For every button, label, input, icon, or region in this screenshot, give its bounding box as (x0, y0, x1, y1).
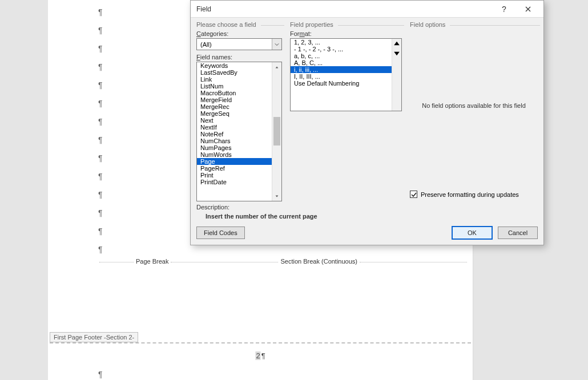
field-name-item[interactable]: Page (197, 158, 272, 165)
description-area: Description: Insert the number of the cu… (191, 204, 543, 223)
field-name-item[interactable]: Next (197, 117, 272, 124)
field-name-item[interactable]: NextIf (197, 124, 272, 131)
pilcrow: ¶ (98, 240, 103, 258)
pilcrow: ¶ (98, 76, 103, 94)
paragraph-marks: ¶ ¶ ¶ ¶ ¶ ¶ ¶ ¶ ¶ ¶ ¶ ¶ ¶ ¶ (98, 3, 103, 258)
field-name-item[interactable]: PageRef (197, 165, 272, 172)
scrollbar[interactable] (392, 39, 401, 111)
pilcrow: ¶ (98, 204, 103, 222)
pilcrow: ¶ (98, 3, 103, 21)
field-name-item[interactable]: MergeField (197, 96, 272, 103)
scroll-up-icon[interactable] (392, 39, 401, 49)
dialog-titlebar[interactable]: Field ? (191, 1, 543, 18)
pilcrow: ¶ (98, 58, 103, 76)
no-field-options-text: No field options available for this fiel… (410, 102, 538, 109)
scroll-down-icon[interactable] (272, 191, 281, 201)
field-names-label: Field names: (196, 54, 282, 60)
footer-section-tag: First Page Footer -Section 2- (50, 332, 138, 342)
close-button[interactable] (516, 1, 540, 17)
close-icon (525, 6, 531, 12)
field-name-item[interactable]: NumPages (197, 144, 272, 151)
pilcrow: ¶ (98, 94, 103, 112)
chevron-down-icon (272, 39, 281, 50)
pilcrow: ¶ (98, 222, 103, 240)
pilcrow: ¶ (261, 351, 265, 360)
pilcrow: ¶ (98, 149, 103, 167)
footer-separator (50, 342, 471, 343)
field-name-item[interactable]: NoteRef (197, 131, 272, 138)
categories-dropdown[interactable]: (All) (196, 38, 282, 50)
choose-field-header: Please choose a field (196, 21, 256, 28)
ok-button[interactable]: OK (452, 227, 492, 239)
preserve-formatting-checkbox[interactable]: Preserve formatting during updates (410, 191, 519, 198)
categories-label: Categories: (196, 30, 282, 37)
description-text: Insert the number of the current page (196, 211, 538, 220)
scroll-thumb[interactable] (273, 117, 280, 145)
field-name-item[interactable]: NumWords (197, 151, 272, 158)
field-name-item[interactable]: ListNum (197, 83, 272, 90)
field-name-item[interactable]: Keywords (197, 62, 272, 69)
pilcrow: ¶ (98, 185, 103, 204)
format-item[interactable]: 1, 2, 3, ... (291, 39, 392, 46)
scroll-up-icon[interactable] (272, 62, 281, 72)
pilcrow: ¶ (98, 21, 103, 39)
preserve-formatting-label: Preserve formatting during updates (421, 191, 519, 198)
field-name-item[interactable]: Print (197, 172, 272, 179)
categories-value: (All) (200, 41, 272, 48)
pilcrow: ¶ (98, 370, 103, 379)
help-button[interactable]: ? (492, 1, 516, 17)
cancel-button[interactable]: Cancel (498, 227, 538, 239)
page-number-value: 2 (255, 351, 260, 360)
format-item[interactable]: - 1 -, - 2 -, - 3 -, ... (291, 46, 392, 52)
scrollbar[interactable] (272, 62, 281, 201)
pilcrow: ¶ (98, 39, 103, 58)
pilcrow: ¶ (98, 167, 103, 185)
field-name-item[interactable]: MergeRec (197, 103, 272, 110)
field-name-item[interactable]: PrintDate (197, 179, 272, 185)
field-name-item[interactable]: MacroButton (197, 90, 272, 96)
page-break-label: Page Break (134, 258, 171, 265)
format-item[interactable]: Use Default Numbering (291, 80, 392, 87)
field-options-header: Field options (410, 21, 445, 28)
format-item[interactable]: I, II, III, ... (291, 73, 392, 80)
description-label: Description: (196, 204, 538, 211)
checkbox-icon (410, 191, 417, 198)
field-properties-header: Field properties (290, 21, 333, 28)
field-name-item[interactable]: MergeSeq (197, 110, 272, 117)
dialog-title: Field (196, 5, 492, 13)
field-codes-button[interactable]: Field Codes (196, 227, 245, 239)
format-listbox[interactable]: 1, 2, 3, ...- 1 -, - 2 -, - 3 -, ...a, b… (290, 38, 402, 111)
pilcrow: ¶ (98, 112, 103, 131)
pilcrow: ¶ (98, 131, 103, 149)
format-item[interactable]: a, b, c, ... (291, 52, 392, 59)
break-indicator: Page Break Section Break (Continuous) (99, 258, 467, 266)
field-name-item[interactable]: LastSavedBy (197, 69, 272, 76)
format-item[interactable]: i, ii, iii, ... (291, 66, 392, 73)
field-dialog: Field ? Please choose a field Categories… (190, 0, 544, 245)
field-name-item[interactable]: Link (197, 76, 272, 83)
field-name-item[interactable]: NumChars (197, 138, 272, 144)
scroll-down-icon[interactable] (392, 49, 401, 59)
section-break-label: Section Break (Continuous) (278, 258, 360, 265)
format-item[interactable]: A, B, C, ... (291, 59, 392, 66)
footer-page-number[interactable]: 2 ¶ (255, 351, 265, 360)
format-label: Format: (290, 30, 402, 37)
field-names-listbox[interactable]: KeywordsLastSavedByLinkListNumMacroButto… (196, 62, 282, 201)
